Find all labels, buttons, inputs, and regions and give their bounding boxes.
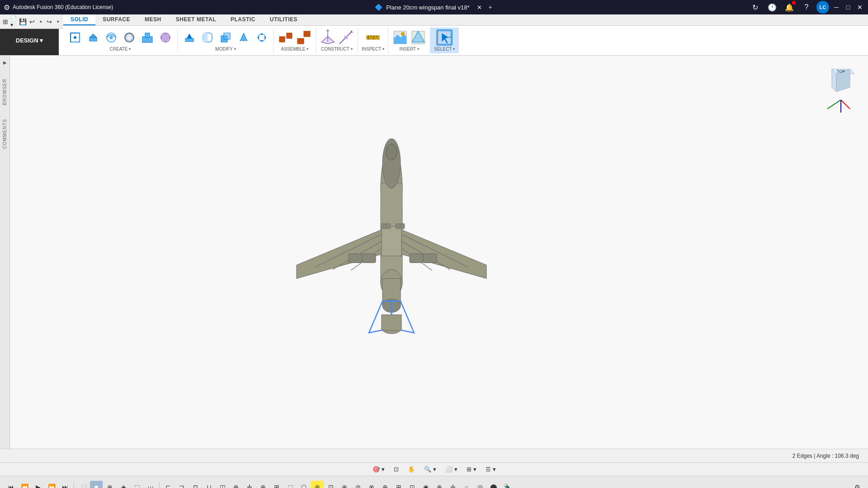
comments-label[interactable]: COMMENTS [2,119,7,149]
construct-axis-icon[interactable] [338,29,354,46]
tool8-icon[interactable]: ⊕ [257,481,269,488]
snap-icon[interactable]: ◈ [117,481,130,488]
user-avatar[interactable]: LC [816,1,829,14]
tool10-icon[interactable]: ⬚ [284,481,297,488]
tool16-icon[interactable]: ⊕ [379,481,392,488]
tab-mesh[interactable]: MESH [137,14,169,25]
inspect-measure-icon[interactable] [365,29,381,46]
close-tab-icon[interactable]: ✕ [477,4,482,11]
insert-canvas-icon[interactable] [392,29,408,46]
tool20-icon[interactable]: ⊕ [433,481,446,488]
modify-appearance-icon[interactable] [236,29,252,46]
tab-solid[interactable]: SOLID [63,14,95,25]
create-revolve-icon[interactable] [103,29,119,46]
construct-plane-icon[interactable] [320,29,336,46]
tab-sheet-metal[interactable]: SHEET METAL [169,14,223,25]
tool7-icon[interactable]: ✛ [243,481,256,488]
settings-icon[interactable]: ⚙ [851,481,863,488]
minimize-button[interactable]: ─ [832,3,841,12]
select-box-icon[interactable]: ⬜ [76,481,89,488]
tool21-icon[interactable]: ✛ [447,481,459,488]
insert-decal-icon[interactable] [410,29,426,46]
tool1-icon[interactable]: ⊏ [162,481,175,488]
browser-label[interactable]: BROWSER [2,79,7,105]
assemble-joint-icon[interactable] [278,29,294,46]
history-icon[interactable]: 🕐 [765,0,779,14]
layout-button[interactable]: ⊞▾ [464,464,479,475]
viewport[interactable]: TOP [10,56,868,449]
step-back-button[interactable]: ⏪ [18,481,31,488]
skip-forward-button[interactable]: ⏭ [59,481,71,488]
tool18-icon[interactable]: ⊡ [406,481,419,488]
modify-combine-icon[interactable] [217,29,234,46]
create-sketch-icon[interactable] [67,29,83,46]
grid-icon[interactable]: ⊞ [2,16,9,27]
save-icon[interactable]: 💾 [19,16,27,27]
rect-select-icon[interactable]: ⬚ [131,481,143,488]
modify-fillet-icon[interactable] [199,29,216,46]
focus-button[interactable]: 🎯▾ [370,464,387,475]
more-button[interactable]: ☰▾ [483,464,499,475]
help-icon[interactable]: ? [799,0,814,14]
skip-back-button[interactable]: ⏮ [5,481,17,488]
tool19-icon[interactable]: ◉ [420,481,432,488]
tool6-icon[interactable]: ⊕ [230,481,242,488]
redo-icon[interactable]: ↪ [46,16,53,27]
add-tab-icon[interactable]: ＋ [487,3,493,11]
dotted-line-icon[interactable]: ⋯ [144,481,157,488]
tool13-icon[interactable]: ⊕ [338,481,351,488]
tab-surface[interactable]: SURFACE [95,14,137,25]
create-form-icon[interactable] [157,29,174,46]
tool23-icon[interactable]: ◎ [474,481,486,488]
close-button[interactable]: ✕ [855,3,864,12]
insert-label[interactable]: INSERT▾ [400,47,420,52]
tool11-icon[interactable]: ⬡ [297,481,310,488]
grid-button[interactable]: ⊡ [391,464,401,475]
design-dropdown[interactable]: DESIGN ▾ [0,26,59,55]
tool5-icon[interactable]: ◫ [216,481,229,488]
inspect-label[interactable]: INSPECT▾ [362,47,384,52]
create-pattern-icon[interactable] [139,29,156,46]
create-extrude-icon[interactable] [85,29,101,46]
new-file-icon[interactable]: 📄▾ [10,16,17,27]
select-icon[interactable] [436,29,453,46]
undo-arrow-icon[interactable]: ▾ [38,16,44,27]
undo-icon[interactable]: ↩ [28,16,35,27]
construct-label[interactable]: CONSTRUCT▾ [321,47,353,52]
play-button[interactable]: ▶ [32,481,44,488]
create-label[interactable]: CREATE▾ [110,47,131,52]
tab-plastic[interactable]: PLASTIC [223,14,263,25]
create-shell-icon[interactable] [121,29,137,46]
refresh-icon[interactable]: ↻ [748,0,762,14]
select-solid-icon[interactable]: ■ [90,481,103,488]
select-label[interactable]: SELECT▾ [434,47,455,52]
tool22-icon[interactable]: ○ [460,481,473,488]
modify-press-pull-icon[interactable] [181,29,198,46]
tab-utilities[interactable]: UTILITIES [263,14,305,25]
active-tool-icon[interactable]: ⊛ [311,481,324,488]
tool17-icon[interactable]: ⊞ [392,481,405,488]
maximize-button[interactable]: □ [844,3,853,12]
tool14-icon[interactable]: ⊘ [352,481,364,488]
tool3-icon[interactable]: ⊓ [189,481,202,488]
modify-move-icon[interactable] [254,29,270,46]
tool4-icon[interactable]: ⊔ [203,481,215,488]
redo-arrow-icon[interactable]: ▾ [55,16,61,27]
view-cube[interactable]: TOP [823,65,859,101]
tool12-icon[interactable]: ⊡ [325,481,337,488]
step-forward-button[interactable]: ⏩ [45,481,58,488]
pan-button[interactable]: ✋ [405,464,418,475]
tool15-icon[interactable]: ⊗ [365,481,378,488]
assemble-label[interactable]: ASSEMBLE▾ [281,47,309,52]
modify-label[interactable]: MODIFY▾ [215,47,236,52]
tool9-icon[interactable]: ⊞ [270,481,283,488]
move-tool-icon[interactable]: ⊕ [104,481,116,488]
sidebar-expand-icon[interactable]: ▶ [3,60,7,65]
tool24-icon[interactable]: ⬤ [487,481,500,488]
tool2-icon[interactable]: ⊐ [175,481,188,488]
notification-icon[interactable]: 🔔 [782,0,797,14]
zoom-button[interactable]: 🔍▾ [421,464,439,475]
tool25-icon[interactable]: 🔦 [501,481,514,488]
assemble-as-built-icon[interactable] [296,29,312,46]
display-button[interactable]: ⬜▾ [443,464,460,475]
